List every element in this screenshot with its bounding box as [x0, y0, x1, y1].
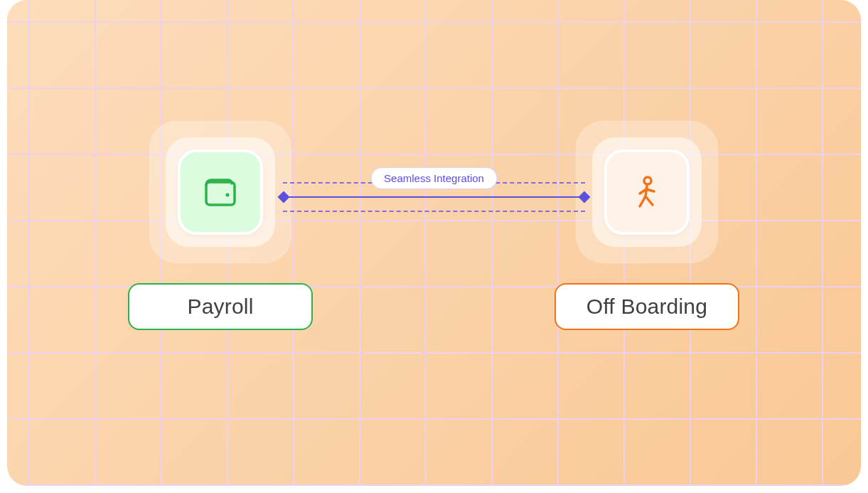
icon-frame	[592, 137, 702, 247]
node-offboarding: Off Boarding	[554, 121, 739, 330]
icon-tile	[178, 149, 263, 235]
person-walking-icon	[627, 172, 667, 212]
connector-line-dashed-bottom	[283, 211, 585, 212]
svg-point-1	[226, 194, 230, 197]
diagram-canvas: Payroll	[7, 0, 861, 486]
svg-point-2	[644, 177, 651, 184]
svg-rect-0	[206, 182, 235, 205]
node-payroll: Payroll	[128, 121, 313, 330]
wallet-icon	[200, 172, 240, 212]
icon-glow	[149, 121, 291, 263]
icon-frame	[166, 137, 275, 247]
node-label-payroll: Payroll	[128, 283, 313, 330]
connector: Seamless Integration	[283, 182, 585, 239]
icon-glow	[576, 121, 718, 263]
connector-badge: Seamless Integration	[370, 167, 498, 189]
connector-line-solid	[283, 196, 585, 198]
node-label-offboarding: Off Boarding	[554, 283, 739, 330]
icon-tile	[604, 149, 690, 235]
